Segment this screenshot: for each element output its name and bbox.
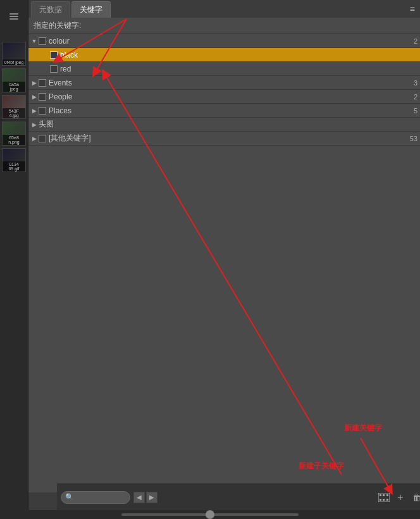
nav-prev-button[interactable]: ◀ [133, 492, 145, 503]
keyword-row-people[interactable]: People 2 [28, 90, 420, 104]
thumbnail-item[interactable]: 013469.gif [2, 148, 26, 172]
keyword-row-toutou[interactable]: 头图 [28, 118, 420, 132]
thumb-label: 543F4.jpg [3, 108, 25, 118]
search-input[interactable] [76, 494, 127, 501]
content-header: 指定的关键字: [28, 18, 420, 34]
bottom-slider-bar [0, 510, 420, 519]
keyword-count-colour: 2 [414, 37, 417, 45]
thumbnail-item[interactable]: 543F4.jpg [2, 95, 26, 119]
keyword-label-other: [其他关键字] [49, 133, 407, 144]
delete-keyword-button[interactable]: 🗑 [410, 491, 420, 504]
keyword-row-events[interactable]: Events 3 [28, 76, 420, 90]
tab-bar: 元数据 关键字 ≡ [28, 0, 420, 18]
keyword-label-red: red [60, 65, 415, 73]
keyword-row-red[interactable]: red [28, 62, 420, 76]
tools-icon[interactable] [4, 6, 24, 27]
keyword-row-colour[interactable]: colour 2 [28, 34, 420, 48]
main-content: 元数据 关键字 ≡ 指定的关键字: colour 2 black red [28, 0, 420, 519]
keyword-label-toutou: 头图 [39, 119, 415, 130]
keyword-label-black: black [60, 51, 415, 59]
filmstrip-icon[interactable] [377, 491, 391, 504]
checkbox-people[interactable] [39, 93, 46, 101]
tab-keywords[interactable]: 关键字 [71, 1, 111, 18]
expand-icon-events[interactable] [31, 80, 37, 86]
nav-arrows: ◀ ▶ [133, 492, 158, 503]
bottom-toolbar: 🔍 ◀ ▶ + 🗑 值得买 [57, 484, 420, 510]
add-keyword-button[interactable]: + [393, 491, 407, 504]
keyword-row-black[interactable]: black [28, 48, 420, 62]
checkbox-events[interactable] [39, 79, 46, 87]
svg-rect-1 [9, 16, 18, 17]
keyword-label-colour: colour [49, 37, 411, 46]
keyword-label-events: Events [49, 78, 411, 87]
keyword-count-events: 3 [414, 79, 417, 87]
bottom-right-icons: + 🗑 值得买 [377, 491, 420, 504]
thumb-label: 013469.gif [3, 161, 25, 172]
expand-icon-other[interactable] [31, 135, 37, 142]
keyword-count-people: 2 [414, 93, 417, 101]
checkbox-colour[interactable] [39, 37, 46, 45]
thumbnail-item[interactable]: 0a5ajpeg [2, 68, 26, 92]
left-sidebar: 0f4bf jpeg 0a5ajpeg 543F4.jpg 65e8n.png … [0, 0, 28, 519]
expand-icon-people[interactable] [31, 94, 37, 100]
expand-icon-colour[interactable] [31, 38, 37, 44]
keyword-label-places: Places [49, 106, 411, 115]
svg-rect-9 [386, 499, 388, 501]
keywords-list: colour 2 black red Events 3 Pe [28, 34, 420, 492]
search-icon: 🔍 [65, 493, 74, 501]
keyword-label-people: People [49, 92, 411, 101]
slider-thumb[interactable] [206, 510, 214, 519]
tab-metadata[interactable]: 元数据 [31, 1, 70, 18]
header-title: 指定的关键字: [34, 21, 81, 30]
thumbnail-item[interactable]: 65e8n.png [2, 122, 26, 146]
nav-next-button[interactable]: ▶ [146, 492, 158, 503]
thumb-label: 0f4bf jpeg [3, 59, 25, 65]
checkbox-red[interactable] [50, 65, 58, 73]
svg-rect-8 [383, 499, 385, 501]
svg-rect-2 [9, 18, 18, 20]
keyword-count-other: 53 [410, 135, 417, 142]
svg-rect-7 [380, 499, 381, 501]
svg-rect-4 [380, 494, 381, 496]
panel-menu-icon[interactable]: ≡ [410, 4, 415, 14]
keyword-row-places[interactable]: Places 5 [28, 104, 420, 118]
svg-rect-5 [383, 494, 385, 496]
slider-track [121, 513, 299, 516]
expand-icon-toutou[interactable] [31, 122, 37, 128]
search-box: 🔍 [61, 491, 130, 504]
thumbnail-item[interactable]: 0f4bf jpeg [2, 42, 26, 66]
keyword-count-places: 5 [414, 107, 417, 115]
svg-rect-0 [9, 13, 18, 15]
checkbox-places[interactable] [39, 107, 46, 115]
keyword-row-other[interactable]: [其他关键字] 53 [28, 132, 420, 146]
thumb-label: 65e8n.png [3, 135, 25, 145]
thumb-label: 0a5ajpeg [3, 82, 25, 92]
checkbox-black[interactable] [50, 51, 58, 59]
svg-rect-6 [386, 494, 388, 496]
checkbox-other[interactable] [39, 135, 46, 142]
expand-icon-places[interactable] [31, 108, 37, 114]
